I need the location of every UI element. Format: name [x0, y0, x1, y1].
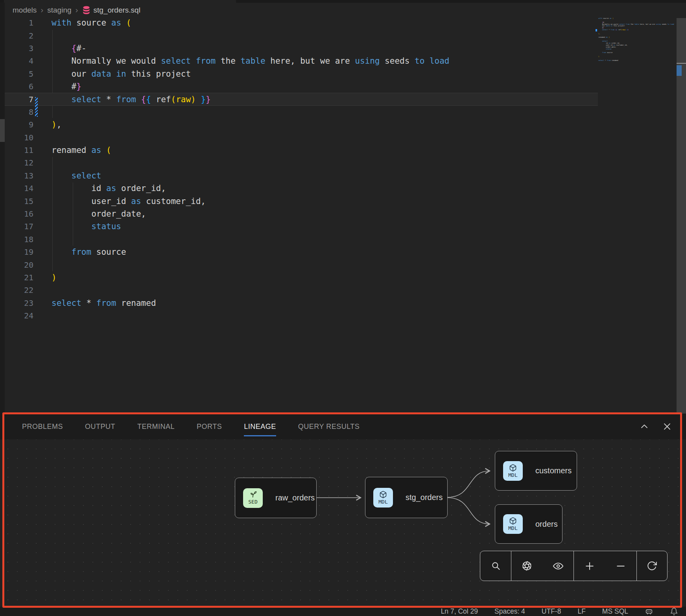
lineage-toolbar — [480, 551, 668, 581]
panel-header: PROBLEMSOUTPUTTERMINALPORTSLINEAGEQUERY … — [0, 414, 686, 439]
bell-icon[interactable] — [670, 607, 678, 616]
code-line[interactable]: 12 — [5, 156, 598, 169]
seedling-icon — [249, 491, 257, 498]
chevron-right-icon: › — [76, 5, 78, 15]
cube-icon — [379, 491, 387, 498]
line-number: 13 — [5, 171, 33, 180]
aperture-button[interactable] — [511, 551, 542, 581]
left-gutter-strip — [0, 3, 5, 414]
close-icon[interactable] — [662, 422, 672, 431]
zoom-in-icon — [584, 561, 595, 572]
code-line[interactable]: 13 select — [5, 169, 598, 182]
line-number: 16 — [5, 209, 33, 219]
breadcrumb-item-staging[interactable]: staging — [47, 6, 71, 15]
code-line[interactable]: 9), — [5, 118, 598, 131]
search-icon — [491, 561, 501, 571]
line-number: 17 — [5, 222, 33, 231]
eye-icon — [553, 561, 564, 572]
code-line[interactable]: 7 select * from {{ ref(raw) }} — [5, 93, 598, 105]
zoom-in-button[interactable] — [574, 551, 605, 581]
status-eol[interactable]: LF — [577, 607, 585, 616]
code-line[interactable]: 3 {#- — [5, 42, 598, 55]
code-line[interactable]: 11renamed as ( — [5, 144, 598, 156]
code-lines[interactable]: 1with source as (23 {#-4 Normally we wou… — [5, 17, 598, 322]
code-line[interactable]: 20 — [5, 258, 598, 271]
zoom-out-button[interactable] — [605, 551, 636, 581]
code-line[interactable]: 16 order_date, — [5, 208, 598, 220]
status-encoding[interactable]: UTF-8 — [542, 607, 561, 616]
refresh-icon — [647, 561, 657, 571]
code-line[interactable]: 14 id as order_id, — [5, 182, 598, 195]
minimap[interactable]: with source as ( {#- Normally we would s… — [598, 18, 675, 63]
editor-scrollbar[interactable] — [677, 18, 686, 414]
tab-output[interactable]: OUTPUT — [85, 423, 115, 431]
node-badge-label: MDL — [378, 499, 387, 505]
line-number: 8 — [5, 107, 33, 117]
node-label: customers — [535, 466, 572, 475]
line-number: 24 — [5, 311, 33, 320]
minimap-code: with source as ( {#- Normally we would s… — [598, 18, 675, 63]
breadcrumb-item-models[interactable]: models — [13, 6, 37, 15]
lineage-node-orders[interactable]: MDLorders — [495, 504, 562, 544]
line-number: 14 — [5, 184, 33, 193]
node-type-badge: SED — [243, 488, 263, 508]
zoom-out-icon — [615, 561, 626, 572]
status-bar: Ln 7, Col 29 Spaces: 4 UTF-8 LF MS SQL — [0, 607, 686, 616]
line-number: 7 — [5, 95, 33, 104]
code-line[interactable]: 8 — [5, 106, 598, 118]
cube-icon — [509, 464, 517, 472]
code-line[interactable]: 18 — [5, 233, 598, 246]
code-line[interactable]: 4 Normally we would select from the tabl… — [5, 55, 598, 67]
line-number: 22 — [5, 285, 33, 295]
code-line[interactable]: 2 — [5, 29, 598, 42]
node-label: orders — [535, 520, 558, 529]
line-number: 20 — [5, 260, 33, 270]
code-line[interactable]: 6 #} — [5, 80, 598, 93]
tab-terminal[interactable]: TERMINAL — [137, 423, 175, 431]
code-line[interactable]: 24 — [5, 309, 598, 322]
node-label: raw_orders — [275, 493, 315, 502]
line-number: 6 — [5, 82, 33, 91]
lineage-node-raw_orders[interactable]: SEDraw_orders — [235, 478, 317, 518]
status-cursor-position[interactable]: Ln 7, Col 29 — [441, 607, 478, 616]
overview-ruler-tick — [677, 63, 686, 64]
code-line[interactable]: 1with source as ( — [5, 17, 598, 29]
node-label: stg_orders — [406, 493, 443, 502]
code-line[interactable]: 23select * from renamed — [5, 297, 598, 309]
line-number: 12 — [5, 158, 33, 167]
status-indentation[interactable]: Spaces: 4 — [494, 607, 525, 616]
node-type-badge: MDL — [503, 461, 523, 481]
status-language[interactable]: MS SQL — [602, 607, 628, 616]
lineage-node-stg_orders[interactable]: MDLstg_orders — [365, 477, 448, 518]
code-line[interactable]: 22 — [5, 284, 598, 296]
chevron-up-icon[interactable] — [640, 422, 649, 431]
left-scroll-thumb[interactable] — [0, 119, 5, 142]
editor-window: models › staging › stg_orders.sql 1with … — [0, 0, 686, 616]
tab-problems[interactable]: PROBLEMS — [22, 423, 63, 431]
line-number: 9 — [5, 120, 33, 129]
code-line[interactable]: 10 — [5, 131, 598, 144]
breadcrumb: models › staging › stg_orders.sql — [13, 4, 140, 17]
tab-query-results[interactable]: QUERY RESULTS — [298, 423, 360, 431]
code-line[interactable]: 21) — [5, 271, 598, 284]
lineage-canvas[interactable]: SEDraw_ordersMDLstg_ordersMDLcustomersMD… — [5, 439, 677, 606]
line-number: 10 — [5, 133, 33, 142]
line-number: 23 — [5, 298, 33, 308]
code-line[interactable]: 19 from source — [5, 246, 598, 258]
code-line[interactable]: 15 user_id as customer_id, — [5, 195, 598, 207]
search-button[interactable] — [480, 551, 511, 581]
lineage-node-customers[interactable]: MDLcustomers — [495, 451, 577, 491]
refresh-button[interactable] — [636, 551, 667, 581]
tab-ports[interactable]: PORTS — [197, 423, 222, 431]
panel-tabs: PROBLEMSOUTPUTTERMINALPORTSLINEAGEQUERY … — [0, 423, 360, 431]
breadcrumb-file[interactable]: stg_orders.sql — [82, 6, 140, 15]
copilot-icon[interactable] — [645, 607, 653, 616]
code-line[interactable]: 5 our data in this project — [5, 68, 598, 80]
node-badge-label: MDL — [508, 472, 517, 478]
line-number: 11 — [5, 145, 33, 155]
code-line[interactable]: 17 status — [5, 220, 598, 233]
node-type-badge: MDL — [503, 514, 523, 534]
tab-lineage[interactable]: LINEAGE — [244, 423, 276, 431]
minimap-modified-marker — [596, 29, 597, 31]
eye-button[interactable] — [542, 551, 574, 581]
